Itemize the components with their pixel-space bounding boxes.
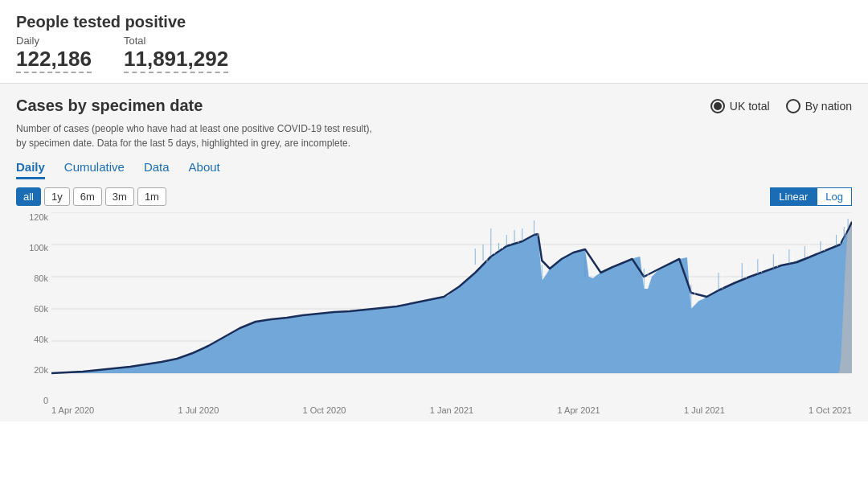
total-stat: Total 11,891,292: [124, 35, 228, 73]
y-label-0: 0: [16, 396, 48, 405]
y-label-120k: 120k: [16, 212, 48, 222]
chart-section: Cases by specimen date UK total By natio…: [0, 84, 868, 421]
y-label-40k: 40k: [16, 335, 48, 344]
tab-about[interactable]: About: [189, 160, 220, 179]
tab-bar: Daily Cumulative Data About: [16, 160, 852, 179]
radio-by-nation-circle: [786, 99, 800, 113]
x-label-apr2021: 1 Apr 2021: [558, 405, 600, 415]
chart-area-fill: [51, 220, 852, 373]
time-btn-1m[interactable]: 1m: [137, 187, 166, 206]
radio-uk-total[interactable]: UK total: [710, 99, 770, 113]
radio-uk-total-circle: [710, 99, 725, 113]
radio-by-nation[interactable]: By nation: [786, 99, 852, 113]
y-axis: 0 20k 40k 60k 80k 100k 120k: [16, 212, 51, 421]
daily-stat: Daily 122,186: [16, 35, 92, 73]
total-value: 11,891,292: [124, 47, 228, 73]
daily-value: 122,186: [16, 47, 92, 73]
y-label-80k: 80k: [16, 273, 48, 283]
controls-row: all 1y 6m 3m 1m Linear Log: [16, 187, 852, 206]
chart-header: Cases by specimen date UK total By natio…: [16, 97, 852, 115]
tab-cumulative[interactable]: Cumulative: [64, 160, 125, 179]
chart-container: 0 20k 40k 60k 80k 100k 120k: [16, 212, 852, 421]
daily-label: Daily: [16, 35, 92, 47]
y-label-100k: 100k: [16, 243, 48, 253]
page-title: People tested positive: [16, 13, 852, 31]
scale-button-group: Linear Log: [770, 187, 852, 206]
x-label-oct2021: 1 Oct 2021: [809, 405, 852, 415]
radio-by-nation-label: By nation: [805, 100, 852, 113]
chart-title: Cases by specimen date: [16, 97, 203, 115]
radio-uk-total-label: UK total: [730, 100, 770, 113]
tab-data[interactable]: Data: [144, 160, 170, 179]
x-label-apr2020: 1 Apr 2020: [51, 405, 94, 415]
people-tested-section: People tested positive Daily 122,186 Tot…: [0, 0, 868, 84]
x-label-oct2020: 1 Oct 2020: [303, 405, 346, 415]
time-button-group: all 1y 6m 3m 1m: [16, 187, 166, 206]
x-label-jul2020: 1 Jul 2020: [178, 405, 219, 415]
time-btn-all[interactable]: all: [16, 187, 41, 206]
stats-row: Daily 122,186 Total 11,891,292: [16, 35, 852, 73]
tab-daily[interactable]: Daily: [16, 160, 45, 179]
scale-btn-log[interactable]: Log: [817, 187, 852, 206]
y-label-20k: 20k: [16, 365, 48, 375]
total-label: Total: [124, 35, 228, 47]
time-btn-1y[interactable]: 1y: [44, 187, 70, 206]
radio-group: UK total By nation: [710, 99, 852, 113]
chart-svg: [51, 212, 852, 405]
time-btn-3m[interactable]: 3m: [105, 187, 134, 206]
time-btn-6m[interactable]: 6m: [73, 187, 102, 206]
x-axis: 1 Apr 2020 1 Jul 2020 1 Oct 2020 1 Jan 2…: [51, 405, 852, 421]
scale-btn-linear[interactable]: Linear: [770, 187, 817, 206]
chart-description: Number of cases (people who have had at …: [16, 121, 852, 150]
y-label-60k: 60k: [16, 304, 48, 314]
x-label-jan2021: 1 Jan 2021: [430, 405, 473, 415]
x-label-jul2021: 1 Jul 2021: [684, 405, 725, 415]
